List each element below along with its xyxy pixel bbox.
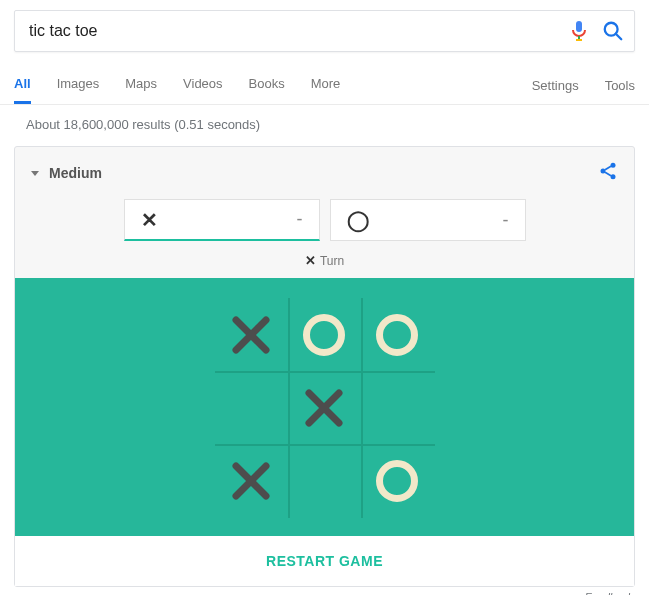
restart-row: RESTART GAME [15,536,634,586]
board-cell-1-1 [288,371,361,444]
tab-videos[interactable]: Videos [183,66,223,104]
tab-more[interactable]: More [311,66,341,104]
score-x: - [297,209,303,230]
board-cell-1-2[interactable] [361,371,434,444]
o-mark-icon: ◯ [347,208,369,232]
board-cell-2-0 [215,444,288,517]
board-cell-0-1 [288,298,361,371]
restart-button[interactable]: RESTART GAME [266,553,383,569]
tab-all[interactable]: All [14,66,31,104]
tab-images[interactable]: Images [57,66,100,104]
o-icon [303,314,345,356]
board-cell-1-0[interactable] [215,371,288,444]
svg-rect-0 [576,21,582,32]
turn-label: Turn [320,254,344,268]
mic-icon[interactable] [570,20,588,42]
board-cell-2-1[interactable] [288,444,361,517]
score-o: - [503,210,509,231]
feedback-link[interactable]: Feedback [0,587,649,595]
tab-maps[interactable]: Maps [125,66,157,104]
search-input[interactable] [29,22,562,40]
board-cell-0-0 [215,298,288,371]
difficulty-dropdown[interactable]: Medium [31,165,102,181]
x-icon [230,460,272,502]
result-stats: About 18,600,000 results (0.51 seconds) [0,105,649,146]
turn-indicator: ✕Turn [15,247,634,278]
tab-settings[interactable]: Settings [532,68,579,103]
difficulty-label: Medium [49,165,102,181]
game-card: Medium ✕ - ◯ - ✕Turn RESTART GAME [14,146,635,587]
score-row: ✕ - ◯ - [15,199,634,247]
tab-tools[interactable]: Tools [605,68,635,103]
board-wrap [15,278,634,536]
board-cell-0-2 [361,298,434,371]
tab-books[interactable]: Books [249,66,285,104]
o-icon [376,460,418,502]
o-icon [376,314,418,356]
x-icon [230,314,272,356]
svg-line-4 [616,34,622,40]
tabs-row: All Images Maps Videos Books More Settin… [0,66,649,105]
game-board [215,298,435,518]
x-mark-icon: ✕ [141,208,158,232]
x-icon [303,387,345,429]
score-box-x[interactable]: ✕ - [124,199,320,241]
share-icon[interactable] [598,161,618,185]
board-cell-2-2 [361,444,434,517]
turn-mark-icon: ✕ [305,253,316,268]
chevron-down-icon [31,171,39,176]
search-icon[interactable] [602,20,624,42]
score-box-o[interactable]: ◯ - [330,199,526,241]
search-bar [14,10,635,52]
